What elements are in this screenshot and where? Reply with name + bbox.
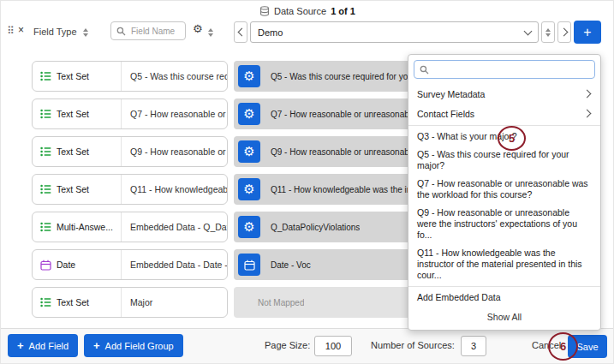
source-stepper-button[interactable] — [541, 21, 555, 43]
calendar-icon — [244, 260, 255, 271]
field-mapper-window: ⠿ × Field Type ⚙ Data Source 1 of 1 Demo — [0, 0, 614, 364]
sort-up-icon — [83, 28, 88, 32]
field-name-label: Q11 - How knowledgeabl... — [122, 175, 227, 204]
source-select-value: Demo — [258, 27, 283, 38]
mapped-field-label: Q5 - Was this course required for your m… — [271, 72, 430, 81]
add-source-button[interactable]: + — [574, 21, 601, 44]
field-name-search-input[interactable] — [129, 26, 180, 37]
field-name-label: Embedded Data - Q_Dat... — [122, 212, 227, 242]
source-select[interactable]: Demo — [250, 21, 539, 43]
field-card-q9[interactable]: Text Set Q9 - How reasonable or ... — [32, 136, 228, 167]
annotation-step-5: 5 — [498, 126, 526, 151]
page-size-label: Page Size: — [265, 340, 310, 350]
field-name-label: Major — [122, 288, 227, 317]
field-name-search[interactable] — [110, 21, 186, 40]
data-source-icon — [259, 6, 270, 16]
plus-icon: + — [93, 340, 100, 351]
field-name-label: Embedded Data - Date - ... — [122, 250, 227, 279]
field-type-label: Text Set — [57, 146, 89, 157]
settings-gear-icon[interactable]: ⚙ — [193, 23, 203, 34]
source-nav-next-button[interactable] — [557, 21, 571, 43]
source-nav-previous-button[interactable] — [234, 21, 247, 43]
gear-icon: ⚙ — [243, 145, 254, 158]
close-icon[interactable]: × — [18, 24, 24, 36]
popup-item-q9[interactable]: Q9 - How reasonable or unreasonable were… — [408, 204, 600, 244]
field-card-embedded-q[interactable]: Multi-Answe... Embedded Data - Q_Dat... — [32, 212, 228, 242]
field-settings-button[interactable]: ⚙ — [238, 65, 260, 87]
field-name-label: Q9 - How reasonable or ... — [122, 137, 227, 166]
mapped-field-label: Q_DataPolicyViolations — [271, 223, 360, 232]
field-settings-button[interactable]: ⚙ — [238, 216, 260, 238]
text-set-icon — [40, 184, 51, 194]
field-picker-popup: Survey Metadata Contact Fields Q3 - What… — [408, 54, 601, 331]
sort-down-icon — [83, 33, 88, 37]
plus-icon: + — [17, 340, 24, 351]
data-source-count: 1 of 1 — [331, 6, 355, 16]
field-card-q7[interactable]: Text Set Q7 - How reasonable or ... — [32, 98, 228, 129]
chevron-right-icon — [583, 110, 592, 118]
gear-icon: ⚙ — [243, 220, 254, 233]
popup-item-q11[interactable]: Q11 - How knowledgeable was the instruct… — [408, 244, 600, 284]
field-type-label: Date — [57, 260, 75, 270]
drag-grip-icon[interactable]: ⠿ — [7, 25, 15, 37]
field-settings-button[interactable]: ⚙ — [238, 140, 260, 163]
annotation-step-6: 6 — [548, 332, 578, 361]
number-of-sources-input[interactable] — [461, 336, 486, 356]
field-card-major[interactable]: Text Set Major — [32, 287, 228, 318]
field-card-embedded-date[interactable]: Date Embedded Data - Date - ... — [32, 249, 228, 280]
text-set-icon — [40, 109, 51, 119]
sort-gear-button[interactable] — [208, 28, 213, 37]
divider — [408, 286, 600, 287]
not-mapped-label: Not Mapped — [258, 298, 304, 307]
chevron-left-icon — [237, 28, 246, 37]
gear-icon: ⚙ — [243, 182, 254, 195]
footer-bar: + Add Field + Add Field Group Page Size:… — [1, 328, 613, 363]
field-list: Text Set Q5 - Was this course req... Tex… — [32, 61, 228, 318]
add-field-button[interactable]: + Add Field — [8, 334, 78, 357]
text-set-icon — [40, 146, 51, 157]
popup-show-all[interactable]: Show All — [408, 307, 600, 328]
field-card-q11[interactable]: Text Set Q11 - How knowledgeabl... — [32, 174, 228, 205]
field-settings-button[interactable]: ⚙ — [238, 178, 260, 200]
chevron-right-icon — [583, 90, 592, 98]
chevron-right-icon — [559, 28, 568, 37]
field-card-q5[interactable]: Text Set Q5 - Was this course req... — [32, 61, 228, 92]
search-icon — [420, 65, 429, 75]
popup-group-survey-metadata[interactable]: Survey Metadata — [408, 84, 600, 104]
multi-answer-icon — [40, 222, 51, 232]
date-field-button[interactable] — [238, 254, 260, 276]
text-set-icon — [40, 297, 51, 307]
page-size-input[interactable] — [314, 336, 352, 356]
mapped-field-label: Q9 - How reasonable or unreasonable we — [271, 147, 429, 157]
popup-item-q5[interactable]: Q5 - Was this course required for your m… — [408, 146, 600, 175]
field-type-label: Text Set — [57, 297, 89, 307]
sort-field-type-button[interactable] — [83, 28, 88, 37]
field-settings-button[interactable]: ⚙ — [238, 103, 260, 125]
data-source-label: Data Source — [274, 6, 326, 16]
popup-search-input[interactable] — [433, 63, 589, 75]
field-type-label: Text Set — [57, 109, 89, 119]
popup-search[interactable] — [414, 60, 595, 79]
field-type-column-header: Field Type — [33, 27, 77, 37]
gear-icon: ⚙ — [243, 107, 254, 120]
add-field-group-button[interactable]: + Add Field Group — [84, 334, 183, 357]
search-icon — [116, 27, 126, 36]
chevron-down-icon — [524, 27, 533, 35]
field-name-label: Q7 - How reasonable or ... — [122, 99, 227, 128]
field-type-label: Text Set — [57, 184, 89, 194]
divider — [408, 125, 600, 126]
mapped-field-label: Date - Voc — [271, 260, 311, 270]
field-type-label: Multi-Answe... — [57, 222, 113, 232]
field-type-label: Text Set — [57, 71, 89, 81]
gear-icon: ⚙ — [243, 69, 254, 82]
sort-down-icon — [208, 33, 213, 37]
mapped-field-label: Q7 - How reasonable or unreasonable wa — [271, 110, 429, 119]
number-of-sources-label: Number of Sources: — [371, 340, 455, 350]
popup-add-embedded-data[interactable]: Add Embedded Data — [408, 289, 600, 307]
data-source-title: Data Source 1 of 1 — [259, 6, 355, 16]
date-icon — [40, 260, 51, 271]
caret-down-icon — [545, 33, 551, 37]
sort-up-icon — [208, 28, 213, 32]
popup-item-q7[interactable]: Q7 - How reasonable or unreasonable was … — [408, 175, 600, 204]
popup-group-contact-fields[interactable]: Contact Fields — [408, 104, 600, 123]
